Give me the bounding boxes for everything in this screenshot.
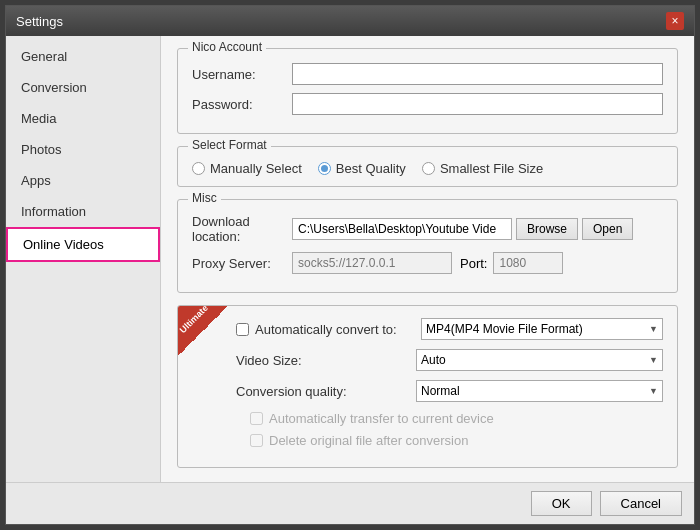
- proxy-input[interactable]: [292, 252, 452, 274]
- video-size-row: Video Size: Auto1080p720p480p360p: [236, 349, 663, 371]
- conversion-section: Ultimate Automatically convert to: MP4(M…: [177, 305, 678, 468]
- transfer-label: Automatically transfer to current device: [269, 411, 494, 426]
- radio-circle-smallest: [422, 162, 435, 175]
- select-format-label: Select Format: [188, 138, 271, 152]
- sidebar: General Conversion Media Photos Apps Inf…: [6, 36, 161, 482]
- download-location-row: Download location: Browse Open: [192, 214, 663, 244]
- username-row: Username:: [192, 63, 663, 85]
- auto-convert-checkbox[interactable]: [236, 323, 249, 336]
- radio-best[interactable]: Best Quality: [318, 161, 406, 176]
- nico-account-content: Username: Password:: [178, 49, 677, 133]
- select-format-content: Manually Select Best Quality Smallest Fi…: [178, 147, 677, 186]
- misc-section: Misc Download location: Browse Open Prox…: [177, 199, 678, 293]
- password-label: Password:: [192, 97, 292, 112]
- sidebar-item-conversion[interactable]: Conversion: [6, 72, 160, 103]
- ultimate-text: Ultimate: [178, 306, 210, 335]
- format-radio-group: Manually Select Best Quality Smallest Fi…: [192, 161, 663, 176]
- auto-convert-row: Automatically convert to: MP4(MP4 Movie …: [236, 318, 663, 340]
- conversion-content: Automatically convert to: MP4(MP4 Movie …: [236, 318, 663, 448]
- proxy-label: Proxy Server:: [192, 256, 292, 271]
- quality-row: Conversion quality: NormalHighLow: [236, 380, 663, 402]
- sidebar-item-photos[interactable]: Photos: [6, 134, 160, 165]
- open-button[interactable]: Open: [582, 218, 633, 240]
- quality-select[interactable]: NormalHighLow: [416, 380, 663, 402]
- sidebar-item-media[interactable]: Media: [6, 103, 160, 134]
- sidebar-item-information[interactable]: Information: [6, 196, 160, 227]
- sidebar-item-general[interactable]: General: [6, 41, 160, 72]
- download-location-input[interactable]: [292, 218, 512, 240]
- proxy-row: Proxy Server: Port:: [192, 252, 663, 274]
- settings-dialog: Settings × General Conversion Media Phot…: [5, 5, 695, 525]
- password-input[interactable]: [292, 93, 663, 115]
- cancel-button[interactable]: Cancel: [600, 491, 682, 516]
- radio-dot-best: [321, 165, 328, 172]
- format-select[interactable]: MP4(MP4 Movie File Format)MKVAVIMOV: [421, 318, 663, 340]
- auto-convert-label: Automatically convert to:: [255, 322, 397, 337]
- ok-button[interactable]: OK: [531, 491, 592, 516]
- ultimate-banner: Ultimate: [178, 306, 228, 356]
- quality-label: Conversion quality:: [236, 384, 416, 399]
- close-button[interactable]: ×: [666, 12, 684, 30]
- transfer-checkbox[interactable]: [250, 412, 263, 425]
- download-location-label: Download location:: [192, 214, 292, 244]
- username-label: Username:: [192, 67, 292, 82]
- sidebar-item-online-videos[interactable]: Online Videos: [6, 227, 160, 262]
- password-row: Password:: [192, 93, 663, 115]
- delete-row: Delete original file after conversion: [250, 433, 663, 448]
- nico-account-section: Nico Account Username: Password:: [177, 48, 678, 134]
- delete-label: Delete original file after conversion: [269, 433, 468, 448]
- dialog-footer: OK Cancel: [6, 482, 694, 524]
- port-label: Port:: [460, 256, 487, 271]
- format-select-wrapper: MP4(MP4 Movie File Format)MKVAVIMOV: [421, 318, 663, 340]
- video-size-label: Video Size:: [236, 353, 416, 368]
- video-size-select-wrapper: Auto1080p720p480p360p: [416, 349, 663, 371]
- quality-select-wrapper: NormalHighLow: [416, 380, 663, 402]
- dialog-title: Settings: [16, 14, 63, 29]
- nico-account-label: Nico Account: [188, 40, 266, 54]
- main-content: Nico Account Username: Password: Select …: [161, 36, 694, 482]
- delete-checkbox[interactable]: [250, 434, 263, 447]
- browse-button[interactable]: Browse: [516, 218, 578, 240]
- port-input[interactable]: [493, 252, 563, 274]
- misc-label: Misc: [188, 191, 221, 205]
- transfer-row: Automatically transfer to current device: [250, 411, 663, 426]
- sidebar-item-apps[interactable]: Apps: [6, 165, 160, 196]
- misc-content: Download location: Browse Open Proxy Ser…: [178, 200, 677, 292]
- radio-circle-best: [318, 162, 331, 175]
- username-input[interactable]: [292, 63, 663, 85]
- title-bar: Settings ×: [6, 6, 694, 36]
- radio-manually[interactable]: Manually Select: [192, 161, 302, 176]
- radio-circle-manually: [192, 162, 205, 175]
- video-size-select[interactable]: Auto1080p720p480p360p: [416, 349, 663, 371]
- select-format-section: Select Format Manually Select Best Quali…: [177, 146, 678, 187]
- dialog-body: General Conversion Media Photos Apps Inf…: [6, 36, 694, 482]
- radio-smallest[interactable]: Smallest File Size: [422, 161, 543, 176]
